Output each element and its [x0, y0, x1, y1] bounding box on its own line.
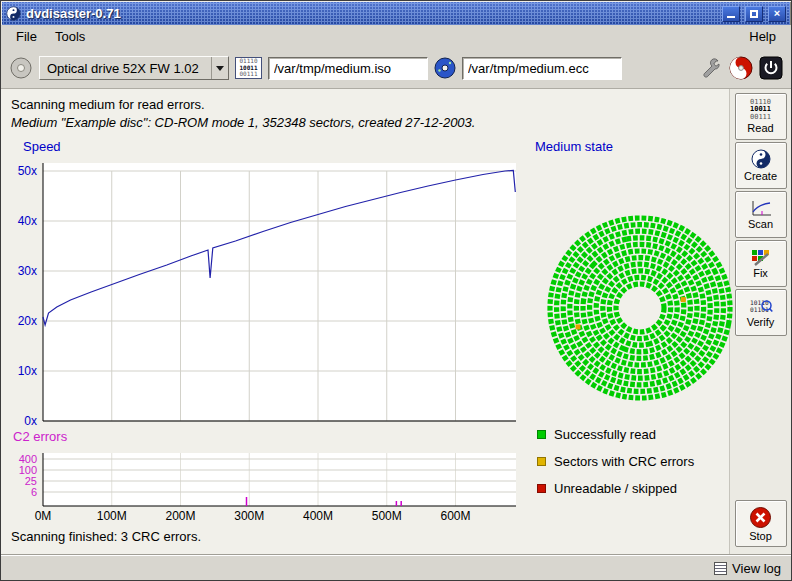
chevron-down-icon: [216, 66, 224, 75]
svg-text:10x: 10x: [18, 364, 37, 378]
iso-image-icon: 01110 10011 00111: [235, 57, 262, 79]
legend-item-unreadable: Unreadable / skipped: [537, 481, 694, 496]
x-axis-tick-label: 500M: [367, 509, 407, 523]
menu-tools[interactable]: Tools: [46, 27, 94, 46]
ecc-path-input[interactable]: [462, 57, 622, 80]
read-binary-icon: 01110 10011 00111: [750, 99, 771, 121]
menu-file[interactable]: File: [7, 27, 46, 46]
power-icon: [759, 56, 783, 80]
svg-text:40x: 40x: [18, 214, 37, 228]
x-axis-tick-label: 100M: [92, 509, 132, 523]
svg-text:30x: 30x: [18, 264, 37, 278]
preferences-button[interactable]: [699, 56, 723, 80]
yin-yang-icon: [751, 149, 771, 169]
view-log-label: View log: [732, 561, 781, 576]
x-axis-tick-label: 200M: [161, 509, 201, 523]
scan-result-text: Scanning finished: 3 CRC errors.: [11, 529, 201, 544]
unreadable-color-swatch: [537, 484, 546, 493]
svg-text:20x: 20x: [18, 314, 37, 328]
success-color-swatch: [537, 430, 546, 439]
minimize-icon: [727, 16, 735, 18]
medium-state-disc: [545, 213, 735, 403]
action-sidebar: 01110 10011 00111 Read Create: [729, 89, 791, 555]
scan-button[interactable]: Scan: [735, 191, 787, 238]
medium-state-title: Medium state: [535, 139, 613, 154]
quit-button[interactable]: [759, 56, 783, 80]
x-axis-tick-label: 400M: [298, 509, 338, 523]
app-icon: [6, 6, 21, 21]
svg-text:50x: 50x: [18, 164, 37, 178]
c2-errors-chart: 400100256: [5, 441, 527, 511]
ecc-file-icon: [434, 57, 456, 79]
stop-icon: [749, 506, 772, 529]
create-button[interactable]: Create: [735, 142, 787, 189]
x-axis-tick-label: 300M: [229, 509, 269, 523]
titlebar[interactable]: dvdisaster-0.71 ×: [2, 2, 790, 25]
drive-disc-icon: [9, 56, 33, 80]
fix-tools-icon: [751, 249, 771, 266]
svg-text:10110: 10110: [750, 299, 769, 306]
about-button[interactable]: [729, 56, 753, 80]
menubar: File Tools Help: [1, 25, 791, 48]
combobox-arrow-button[interactable]: [211, 57, 228, 79]
stop-button[interactable]: Stop: [735, 500, 787, 547]
x-axis-tick-label: 600M: [436, 509, 476, 523]
svg-text:0x: 0x: [24, 414, 37, 428]
speed-chart: 0x10x20x30x40x50x: [5, 155, 527, 429]
close-button[interactable]: ×: [768, 6, 786, 22]
drive-button[interactable]: [9, 56, 33, 80]
dvdisaster-logo-icon: [729, 56, 753, 80]
content-area: Scanning medium for read errors. Medium …: [1, 89, 791, 555]
statusbar: View log: [1, 555, 791, 580]
drive-select-combobox[interactable]: Optical drive 52X FW 1.02: [39, 56, 229, 80]
maximize-icon: [750, 10, 758, 18]
close-icon: ×: [774, 8, 780, 19]
iso-path-input[interactable]: [268, 57, 428, 80]
verify-icon: 10110 01101: [749, 298, 773, 315]
x-axis-tick-label: 0M: [23, 509, 63, 523]
window-title: dvdisaster-0.71: [26, 6, 121, 21]
main-panel: Scanning medium for read errors. Medium …: [1, 89, 729, 555]
menu-help[interactable]: Help: [740, 27, 785, 46]
wrench-icon: [699, 56, 723, 80]
svg-text:6: 6: [31, 486, 37, 498]
verify-button[interactable]: 10110 01101 Verify: [735, 289, 787, 336]
fix-button[interactable]: Fix: [735, 240, 787, 287]
scan-chart-icon: [750, 200, 772, 217]
minimize-button[interactable]: [722, 6, 740, 22]
legend-item-crc: Sectors with CRC errors: [537, 454, 694, 469]
status-line-1: Scanning medium for read errors.: [11, 96, 719, 114]
speed-chart-title: Speed: [23, 139, 61, 154]
read-button[interactable]: 01110 10011 00111 Read: [735, 93, 787, 140]
toolbar: Optical drive 52X FW 1.02 01110 10011 00…: [1, 48, 791, 89]
log-icon: [714, 562, 727, 575]
x-axis-labels: 0M100M200M300M400M500M600M: [1, 509, 531, 525]
app-window: dvdisaster-0.71 × File Tools Help Optica…: [0, 0, 792, 581]
crc-color-swatch: [537, 457, 546, 466]
medium-state-legend: Successfully read Sectors with CRC error…: [537, 427, 694, 496]
status-line-2: Medium "Example disc": CD-ROM mode 1, 35…: [11, 114, 719, 132]
status-message: Scanning medium for read errors. Medium …: [1, 89, 729, 132]
drive-select-value: Optical drive 52X FW 1.02: [40, 61, 211, 76]
view-log-button[interactable]: View log: [714, 561, 781, 576]
maximize-button[interactable]: [745, 6, 763, 22]
legend-item-success: Successfully read: [537, 427, 694, 442]
